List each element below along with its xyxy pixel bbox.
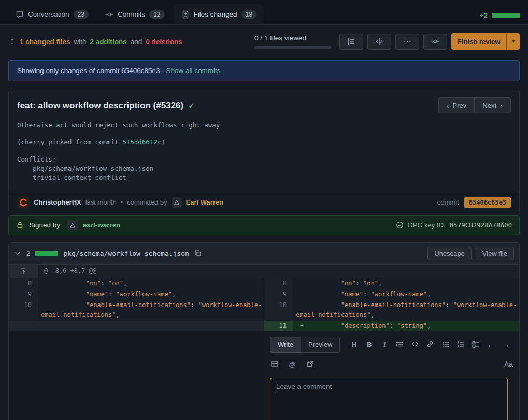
files-changed-count-badge: 18 <box>241 10 256 19</box>
arrow-left-icon[interactable]: ← <box>487 340 496 349</box>
gpg-key-label: GPG key ID: <box>408 221 446 229</box>
author-name-link[interactable]: ChristopherHX <box>34 198 81 206</box>
single-commit-banner: Showing only changes of commit 65406c85e… <box>8 60 520 81</box>
diff-view-style-button[interactable] <box>367 34 391 50</box>
commit-sha-badge[interactable]: 65406c85e3 <box>464 197 511 208</box>
tab-commits[interactable]: Commits 12 <box>98 4 172 24</box>
show-all-commits-link[interactable]: Show all commits <box>166 67 220 75</box>
tab-conversation[interactable]: Conversation 23 <box>8 4 96 24</box>
code-icon[interactable] <box>410 340 420 349</box>
comment-input-wrapper <box>270 378 508 420</box>
file-tree-icon <box>347 37 355 46</box>
diff-icon <box>8 38 16 46</box>
commit-label: commit <box>437 198 459 206</box>
committed-by-text: committed by <box>127 198 167 206</box>
hunk-header: @ -8,6 +8,7 @@ <box>38 265 519 278</box>
new-code-line: "enable-email-notifications": "workflow-… <box>293 300 519 321</box>
added-code-line: "description": "string",+ <box>293 321 519 331</box>
bullet-list-icon[interactable] <box>441 340 450 349</box>
old-code-line: "name": "workflow-name", <box>38 289 264 300</box>
new-line-number[interactable]: 9 <box>264 289 293 300</box>
new-line-number[interactable]: 8 <box>264 278 293 289</box>
cherry-pick-hash-link[interactable]: 515dd6612c <box>122 138 161 146</box>
prev-commit-button[interactable]: ‹ Prev <box>438 97 475 113</box>
commit-message-card: feat: allow workflow description (#5326)… <box>8 90 520 213</box>
file-header-actions: Unescape View file <box>427 247 514 260</box>
unescape-button[interactable]: Unescape <box>427 247 472 260</box>
conflicts-block: Conflicts: pkg/schema/workflow_schema.js… <box>17 155 511 182</box>
reference-icon[interactable] <box>305 359 315 369</box>
changed-files-count: 1 changed files <box>20 38 70 46</box>
old-side-comment-filler <box>9 331 264 420</box>
committer-name-link[interactable]: Earl Warren <box>186 198 224 206</box>
split-diff-table: @ -8,6 +8,7 @@ 8 "on": "on", 8 "on": "on… <box>9 265 519 420</box>
and-text: and <box>131 38 142 46</box>
diff-summary: 1 changed files with 2 additions and 0 d… <box>8 38 182 46</box>
diff-options-button[interactable]: ⋯ <box>395 34 419 50</box>
arrow-right-icon[interactable]: → <box>502 340 511 349</box>
numbered-list-icon[interactable] <box>456 340 465 349</box>
bold-icon[interactable]: B <box>365 340 374 349</box>
quote-icon[interactable] <box>395 340 404 349</box>
next-commit-button[interactable]: Next › <box>475 97 511 113</box>
lock-icon <box>16 221 24 229</box>
conversation-count-badge: 23 <box>74 10 89 19</box>
file-tree-toggle-button[interactable] <box>339 34 363 50</box>
link-icon[interactable] <box>425 340 435 349</box>
comment-editor-toolbar-row2: @ Aa <box>270 359 513 369</box>
mention-icon[interactable]: @ <box>288 359 297 369</box>
commit-message-body: Otherwise act would reject such workflow… <box>9 119 519 192</box>
commit-icon <box>105 10 113 19</box>
new-line-number-added[interactable]: 11 <box>264 321 293 331</box>
signed-by-label: Signed by: <box>29 221 62 229</box>
file-diff-stat-bar <box>35 251 58 256</box>
pr-tab-bar: Conversation 23 Commits 12 Files changed… <box>0 0 528 25</box>
cherry-pick-suffix: ) <box>161 138 165 146</box>
old-code-line: "on": "on", <box>38 278 264 289</box>
committer-avatar[interactable] <box>172 197 182 208</box>
files-toolbar: 1 changed files with 2 additions and 0 d… <box>0 25 528 51</box>
commit-card-footer: ChristopherHX last month • committed by … <box>9 192 519 213</box>
chevron-left-icon: ‹ <box>447 101 449 110</box>
write-tab[interactable]: Write <box>270 337 301 353</box>
copy-filename-icon[interactable] <box>194 250 202 257</box>
table-icon[interactable] <box>270 359 279 369</box>
additions-text: 2 additions <box>90 38 127 46</box>
old-line-number[interactable]: 10 <box>9 300 38 321</box>
expand-hunk-button[interactable] <box>9 265 38 278</box>
font-toggle-button[interactable]: Aa <box>504 359 513 369</box>
commit-body-line: Otherwise act would reject such workflow… <box>17 121 511 130</box>
additions-count: +2 <box>480 11 488 19</box>
new-line-number[interactable]: 10 <box>264 300 293 321</box>
task-list-icon[interactable] <box>471 340 480 349</box>
signer-name-link[interactable]: earl-warren <box>83 221 121 229</box>
new-code-line: "on": "on", <box>293 278 519 289</box>
finish-review-button[interactable]: Finish review ▾ <box>451 33 520 50</box>
conversation-icon <box>16 10 24 19</box>
new-code-line: "name": "workflow-name", <box>293 289 519 300</box>
heading-icon[interactable]: H <box>349 340 359 349</box>
commit-time: last month <box>85 198 117 206</box>
commit-title: feat: allow workflow description (#5326) <box>17 100 183 111</box>
old-code-line: "enable-email-notifications": "workflow-… <box>38 300 264 321</box>
ellipsis-icon: ⋯ <box>404 37 411 46</box>
review-controls: 0 / 1 files viewed ⋯ <box>254 33 520 50</box>
comment-textarea[interactable] <box>270 378 508 420</box>
files-viewed-progress: 0 / 1 files viewed <box>254 34 331 49</box>
view-file-button[interactable]: View file <box>476 247 514 260</box>
tab-files-changed[interactable]: Files changed 18 <box>174 4 264 24</box>
file-name-link[interactable]: pkg/schema/workflow_schema.json <box>63 250 189 257</box>
commit-sha-group: commit 65406c85e3 <box>437 197 511 208</box>
old-line-number[interactable]: 9 <box>9 289 38 300</box>
signer-avatar[interactable] <box>67 220 78 230</box>
diff-stat-bar <box>492 13 520 18</box>
author-avatar[interactable] <box>17 196 30 209</box>
inline-comment-form: Write Preview H B I <box>264 331 519 420</box>
added-line-sign: + <box>300 321 304 331</box>
commit-select-button[interactable] <box>423 34 447 50</box>
signature-check-icon: ✓ <box>188 101 195 110</box>
old-line-number[interactable]: 8 <box>9 278 38 289</box>
preview-tab[interactable]: Preview <box>301 337 340 353</box>
italic-icon[interactable]: I <box>380 340 389 349</box>
chevron-down-icon[interactable] <box>14 250 21 257</box>
